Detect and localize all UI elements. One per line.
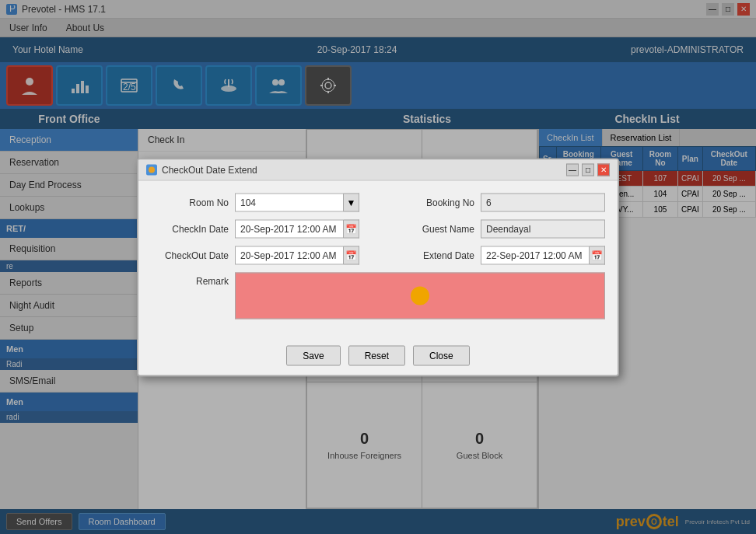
checkout-extend-modal: CheckOut Date Extend — □ ✕ Room No ▼ Boo…	[137, 158, 619, 376]
modal-close[interactable]: ✕	[597, 163, 610, 176]
checkin-date-label: CheckIn Date	[151, 223, 229, 234]
checkin-date-wrap: 📅	[235, 219, 359, 238]
close-modal-btn[interactable]: Close	[413, 345, 470, 365]
checkout-date-input[interactable]	[235, 246, 344, 264]
modal-body: Room No ▼ Booking No CheckIn Date 📅 Gues…	[138, 180, 618, 339]
extend-date-input[interactable]	[481, 246, 590, 264]
extend-date-wrap: 📅	[481, 246, 605, 264]
checkout-date-wrap: 📅	[235, 246, 359, 264]
modal-minimize[interactable]: —	[566, 163, 579, 176]
extend-date-label: Extend Date	[397, 250, 474, 260]
remark-label: Remark	[151, 272, 229, 286]
modal-footer: Save Reset Close	[138, 339, 618, 375]
checkout-date-picker-btn[interactable]: 📅	[344, 246, 359, 264]
checkin-date-picker-btn[interactable]: 📅	[344, 219, 359, 238]
cursor-indicator	[411, 286, 429, 305]
save-btn[interactable]: Save	[286, 345, 340, 365]
modal-title: CheckOut Date Extend	[162, 164, 257, 175]
modal-icon	[146, 164, 157, 175]
extend-date-picker-btn[interactable]: 📅	[590, 246, 605, 264]
guest-name-input	[481, 219, 605, 238]
checkout-date-label: CheckOut Date	[151, 250, 229, 260]
room-no-field-wrap: ▼	[235, 193, 359, 211]
guest-name-label: Guest Name	[397, 223, 474, 234]
remark-area[interactable]	[235, 272, 605, 319]
checkin-date-input[interactable]	[235, 219, 344, 238]
booking-no-input	[481, 193, 605, 211]
modal-maximize[interactable]: □	[582, 163, 594, 176]
room-no-input[interactable]	[235, 193, 344, 211]
room-no-label: Room No	[151, 197, 229, 208]
svg-point-27	[149, 166, 155, 173]
room-no-dropdown-btn[interactable]: ▼	[344, 193, 359, 211]
reset-btn[interactable]: Reset	[348, 345, 405, 365]
booking-no-label: Booking No	[397, 197, 474, 208]
modal-title-bar: CheckOut Date Extend — □ ✕	[138, 159, 618, 180]
